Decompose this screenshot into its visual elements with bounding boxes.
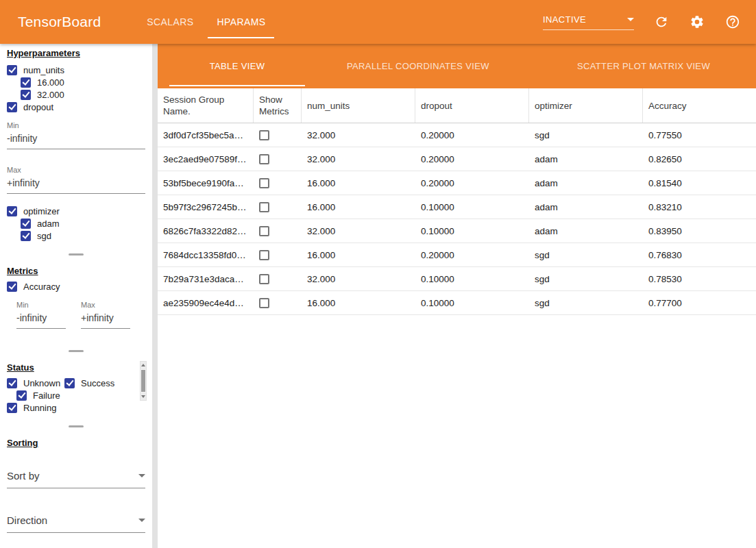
checked-checkbox-icon <box>21 77 31 88</box>
checked-checkbox-icon <box>64 378 75 388</box>
checkbox-status-unknown[interactable]: Unknown <box>7 377 64 389</box>
checked-checkbox-icon <box>7 282 17 292</box>
column-show-metrics: Show Metrics <box>254 88 302 123</box>
show-metrics-checkbox[interactable] <box>259 130 269 140</box>
table-header: Session Group Name. Show Metrics num_uni… <box>158 88 756 123</box>
dropout-value: 0.20000 <box>415 154 529 164</box>
optimizer-value: adam <box>529 178 643 188</box>
checkbox-label: dropout <box>23 102 53 112</box>
session-group-name: 3df0d7cf35bec5a… <box>158 130 254 140</box>
column-optimizer: optimizer <box>529 88 643 123</box>
tab-table-view[interactable]: TABLE VIEW <box>169 44 305 88</box>
show-metrics-checkbox[interactable] <box>259 250 269 260</box>
show-metrics-cell <box>254 250 302 260</box>
checkbox-accuracy[interactable]: Accuracy <box>7 280 145 292</box>
column-accuracy: Accuracy <box>643 88 756 123</box>
checkbox-optimizer-adam[interactable]: adam <box>21 217 145 229</box>
scroll-down-icon[interactable] <box>141 393 146 400</box>
accuracy-value: 0.76830 <box>643 250 756 260</box>
checkbox-num-units-32[interactable]: 32.000 <box>21 88 145 101</box>
reload-mode-value: INACTIVE <box>543 14 586 25</box>
num-units-value: 16.000 <box>302 250 415 260</box>
tab-parallel-coordinates-view[interactable]: PARALLEL COORDINATES VIEW <box>305 44 531 88</box>
tab-scatter-plot-matrix-view[interactable]: SCATTER PLOT MATRIX VIEW <box>531 44 756 88</box>
checked-checkbox-icon <box>7 65 17 75</box>
checkbox-num-units-16[interactable]: 16.000 <box>21 76 145 88</box>
checkbox-label: 16.000 <box>37 77 64 88</box>
direction-value: Direction <box>7 514 47 526</box>
table-row: 3ec2aed9e07589f… 32.000 0.20000 adam 0.8… <box>158 147 756 171</box>
checkbox-label: Accuracy <box>23 282 60 292</box>
session-group-name: 5b97f3c2967245b… <box>158 202 254 212</box>
show-metrics-checkbox[interactable] <box>259 178 269 188</box>
checkbox-label: Failure <box>33 390 60 401</box>
dropout-value: 0.10000 <box>415 226 529 236</box>
session-group-name: 6826c7fa3322d82… <box>158 226 254 236</box>
optimizer-value: sgd <box>529 274 643 284</box>
dropout-value: 0.20000 <box>415 250 529 260</box>
dropout-max-input[interactable] <box>7 174 145 194</box>
scrollbar-thumb[interactable] <box>141 370 145 392</box>
min-label: Min <box>7 121 145 129</box>
status-panel: Status Unknown Success Failure Running <box>0 358 152 419</box>
metrics-heading: Metrics <box>7 266 145 276</box>
num-units-value: 32.000 <box>302 154 415 164</box>
checkbox-num-units[interactable]: num_units <box>7 64 145 76</box>
show-metrics-checkbox[interactable] <box>259 154 269 164</box>
session-group-name: 7b29a731e3daca… <box>158 274 254 284</box>
sorting-heading: Sorting <box>7 438 145 448</box>
settings-button[interactable] <box>689 14 705 30</box>
metric-max-input[interactable] <box>81 309 130 329</box>
tab-hparams[interactable]: HPARAMS <box>205 0 277 44</box>
checked-checkbox-icon <box>7 403 17 413</box>
sort-by-select[interactable]: Sort by <box>7 470 145 488</box>
view-tabs: TABLE VIEW PARALLEL COORDINATES VIEW SCA… <box>158 44 756 88</box>
reload-mode-select[interactable]: INACTIVE <box>543 14 634 30</box>
column-dropout: dropout <box>415 88 529 123</box>
show-metrics-checkbox[interactable] <box>259 274 269 284</box>
checkbox-label: Success <box>81 378 114 388</box>
checked-checkbox-icon <box>16 390 27 401</box>
table-row: 53bf5bece9190fa… 16.000 0.20000 adam 0.8… <box>158 171 756 195</box>
panel-resize-handle[interactable] <box>69 425 84 427</box>
checkbox-optimizer-sgd[interactable]: sgd <box>21 229 145 242</box>
scroll-up-icon[interactable] <box>141 362 146 369</box>
accuracy-value: 0.77700 <box>643 298 756 308</box>
show-metrics-checkbox[interactable] <box>259 226 269 236</box>
help-button[interactable] <box>724 14 741 30</box>
panel-resize-handle[interactable] <box>69 350 84 352</box>
refresh-button[interactable] <box>653 14 670 30</box>
show-metrics-checkbox[interactable] <box>259 298 269 308</box>
column-session-group-name: Session Group Name. <box>158 88 254 123</box>
hyperparameters-panel: Hyperparameters num_units 16.000 32.000 … <box>0 44 152 247</box>
main-nav: SCALARS HPARAMS <box>135 0 277 44</box>
gear-icon <box>690 14 705 29</box>
metric-min-input[interactable] <box>16 309 66 329</box>
checkbox-status-failure[interactable]: Failure <box>16 389 74 401</box>
table-body: 3df0d7cf35bec5a… 32.000 0.20000 sgd 0.77… <box>158 123 756 315</box>
checkbox-status-running[interactable]: Running <box>7 401 80 414</box>
help-icon <box>725 14 740 29</box>
checked-checkbox-icon <box>21 231 31 241</box>
tab-scalars[interactable]: SCALARS <box>135 0 205 44</box>
table-row: 7684dcc13358fd0… 16.000 0.20000 sgd 0.76… <box>158 243 756 267</box>
checkbox-optimizer[interactable]: optimizer <box>7 205 145 217</box>
optimizer-value: sgd <box>529 298 643 308</box>
table-row: 7b29a731e3daca… 32.000 0.10000 sgd 0.785… <box>158 267 756 291</box>
show-metrics-cell <box>254 202 302 212</box>
checkbox-status-success[interactable]: Success <box>64 377 137 389</box>
optimizer-value: adam <box>529 202 643 212</box>
checkbox-dropout[interactable]: dropout <box>7 101 145 113</box>
checkbox-label: optimizer <box>23 206 60 216</box>
show-metrics-cell <box>254 226 302 236</box>
sort-by-value: Sort by <box>7 470 40 482</box>
session-group-name: ae235909ec4e4d… <box>158 298 254 308</box>
max-label: Max <box>7 166 145 174</box>
show-metrics-checkbox[interactable] <box>259 202 269 212</box>
main-content: TABLE VIEW PARALLEL COORDINATES VIEW SCA… <box>158 44 756 548</box>
checked-checkbox-icon <box>7 206 17 216</box>
direction-select[interactable]: Direction <box>7 514 145 533</box>
panel-resize-handle[interactable] <box>69 253 84 256</box>
status-scrollbar[interactable] <box>140 361 147 401</box>
dropout-min-input[interactable] <box>7 129 145 149</box>
